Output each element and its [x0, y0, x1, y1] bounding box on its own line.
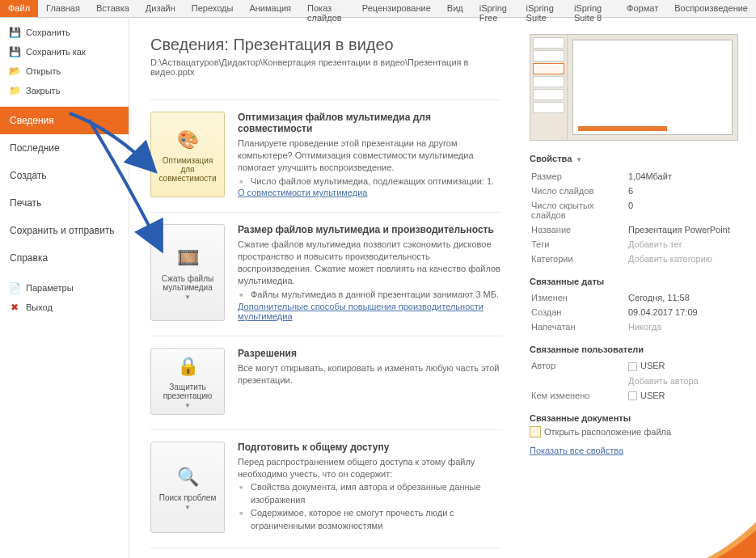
sidebar-help[interactable]: Справка — [0, 244, 129, 272]
properties-table: Размер1,04Мбайт Число слайдов6 Число скр… — [530, 168, 741, 267]
sidebar-info[interactable]: Сведения — [0, 107, 129, 134]
prop-label: Автор — [531, 359, 627, 373]
ribbon-tab-ispring-suite[interactable]: iSpring Suite — [518, 0, 566, 17]
section-compress: 🎞️ Сжать файлы мультимедиа ▼ Размер файл… — [150, 212, 502, 335]
sidebar-print[interactable]: Печать — [0, 189, 129, 217]
open-file-location[interactable]: Открыть расположение файла — [530, 426, 741, 438]
palette-check-icon: 🎨 — [175, 127, 201, 153]
ribbon: Файл Главная Вставка Дизайн Переходы Ани… — [0, 0, 756, 18]
sidebar-exit[interactable]: ✖ Выход — [0, 298, 129, 317]
section-bullet: Свойства документа, имя автора и обрезан… — [251, 481, 502, 507]
ribbon-tab-transitions[interactable]: Переходы — [184, 0, 242, 17]
properties-dropdown[interactable]: Свойства ▼ — [530, 154, 741, 165]
ribbon-tab-view[interactable]: Вид — [439, 0, 471, 17]
big-btn-label: Оптимизация для совместимости — [154, 156, 221, 183]
section-title: Оптимизация файлов мультимедиа для совме… — [238, 112, 502, 134]
show-all-properties[interactable]: Показать все свойства — [530, 446, 741, 455]
compress-button[interactable]: 🎞️ Сжать файлы мультимедиа ▼ — [150, 224, 225, 320]
compatibility-link[interactable]: О совместимости мультимедиа — [238, 188, 367, 197]
add-tag[interactable]: Добавить тег — [628, 238, 740, 251]
ribbon-tab-insert[interactable]: Вставка — [88, 0, 137, 17]
prop-label: Теги — [531, 238, 627, 251]
properties-head-label: Свойства — [530, 154, 572, 163]
sidebar-save-send[interactable]: Сохранить и отправить — [0, 217, 129, 244]
ribbon-tab-review[interactable]: Рецензирование — [354, 0, 439, 17]
add-category[interactable]: Добавить категорию — [628, 252, 740, 265]
save-as-icon: 💾 — [8, 45, 21, 58]
ribbon-tab-format[interactable]: Формат — [619, 0, 666, 17]
sidebar-options[interactable]: 📄 Параметры — [0, 278, 129, 298]
sidebar-recent[interactable]: Последние — [0, 134, 129, 162]
sidebar-label: Сохранить — [26, 27, 70, 37]
sidebar-save[interactable]: 💾 Сохранить — [0, 23, 129, 42]
prop-value: 0 — [628, 199, 740, 222]
backstage-sidebar: 💾 Сохранить 💾 Сохранить как 📂 Открыть 📁 … — [0, 18, 129, 558]
prop-value: Никогда — [628, 320, 740, 333]
compress-media-icon: 🎞️ — [175, 245, 201, 271]
ribbon-tab-ispring-free[interactable]: iSpring Free — [471, 0, 518, 17]
ribbon-tab-slideshow[interactable]: Показ слайдов — [299, 0, 354, 17]
section-desc: Все могут открывать, копировать и изменя… — [238, 362, 502, 387]
dates-head: Связанные даты — [530, 277, 741, 286]
prop-value: USER — [628, 389, 740, 403]
prop-label: Название — [531, 223, 627, 236]
prop-label: Число скрытых слайдов — [531, 199, 627, 222]
chevron-down-icon: ▼ — [184, 294, 191, 301]
open-location-label: Открыть расположение файла — [544, 427, 671, 437]
sidebar-label: Выход — [26, 302, 53, 312]
author-avatar-icon — [628, 362, 637, 371]
docs-head: Связанные документы — [530, 413, 741, 423]
presentation-thumbnail[interactable] — [530, 34, 738, 141]
author-avatar-icon — [628, 391, 637, 400]
prop-label: Категории — [531, 252, 627, 265]
chevron-down-icon: ▼ — [184, 402, 191, 409]
ribbon-tab-file[interactable]: Файл — [0, 0, 38, 17]
section-title: Подготовить к общему доступу — [238, 442, 502, 453]
prop-label: Изменен — [531, 291, 627, 304]
big-btn-label: Сжать файлы мультимедиа — [154, 274, 221, 292]
lock-icon: 🔒 — [175, 353, 201, 379]
ribbon-tab-design[interactable]: Дизайн — [137, 0, 184, 17]
inspect-button[interactable]: 🔍 Поиск проблем ▼ — [150, 442, 225, 533]
folder-icon — [530, 426, 541, 438]
properties-panel: Свойства ▼ Размер1,04Мбайт Число слайдов… — [522, 18, 756, 558]
optimize-button[interactable]: 🎨 Оптимизация для совместимости — [150, 112, 225, 197]
section-desc: Сжатие файлов мультимедиа позволит сэкон… — [238, 239, 502, 286]
sidebar-close[interactable]: 📁 Закрыть — [0, 81, 129, 100]
section-title: Разрешения — [238, 348, 502, 359]
big-btn-label: Поиск проблем — [159, 493, 217, 502]
sidebar-label: Сохранить как — [26, 47, 86, 57]
section-inspect: 🔍 Поиск проблем ▼ Подготовить к общему д… — [150, 429, 502, 547]
people-table: АвторUSER Добавить автора Кем измененоUS… — [530, 357, 741, 404]
ribbon-tab-playback[interactable]: Воспроизведение — [666, 0, 756, 17]
people-head: Связанные пользователи — [530, 345, 741, 354]
prop-label: Создан — [531, 306, 627, 319]
sidebar-new[interactable]: Создать — [0, 162, 129, 189]
sidebar-open[interactable]: 📂 Открыть — [0, 61, 129, 81]
ribbon-tab-animation[interactable]: Анимация — [241, 0, 299, 17]
compress-more-link[interactable]: Дополнительные способы повышения произво… — [238, 302, 484, 321]
sidebar-save-as[interactable]: 💾 Сохранить как — [0, 42, 129, 61]
prop-value: Сегодня, 11:58 — [628, 291, 740, 304]
prop-label: Размер — [531, 170, 627, 183]
sidebar-label: Открыть — [26, 66, 61, 76]
ribbon-tab-home[interactable]: Главная — [38, 0, 88, 17]
page-title: Сведения: Презентация в видео — [150, 36, 502, 54]
file-path: D:\Аствацатуров\Дидактор\Конвертация пре… — [150, 57, 502, 77]
big-btn-label: Защитить презентацию — [154, 383, 221, 400]
open-icon: 📂 — [8, 65, 21, 78]
info-panel: Сведения: Презентация в видео D:\Астваца… — [129, 18, 522, 558]
section-title: Размер файлов мультимедиа и производител… — [238, 224, 502, 235]
dates-table: ИзмененСегодня, 11:58 Создан09.04.2017 1… — [530, 290, 741, 335]
inspect-icon: 🔍 — [175, 464, 201, 490]
protect-button[interactable]: 🔒 Защитить презентацию ▼ — [150, 348, 225, 415]
prop-label: Кем изменено — [531, 389, 627, 403]
add-author[interactable]: Добавить автора — [628, 374, 740, 387]
exit-icon: ✖ — [8, 301, 21, 314]
section-protect: 🔒 Защитить презентацию ▼ Разрешения Все … — [150, 336, 502, 429]
section-versions: 📑 Управление версиями ▼ Версии Нет преды… — [150, 547, 502, 558]
ribbon-tab-ispring-suite8[interactable]: iSpring Suite 8 — [566, 0, 619, 17]
close-icon: 📁 — [8, 84, 21, 97]
prop-label: Напечатан — [531, 320, 627, 333]
sidebar-label: Закрыть — [26, 86, 60, 95]
